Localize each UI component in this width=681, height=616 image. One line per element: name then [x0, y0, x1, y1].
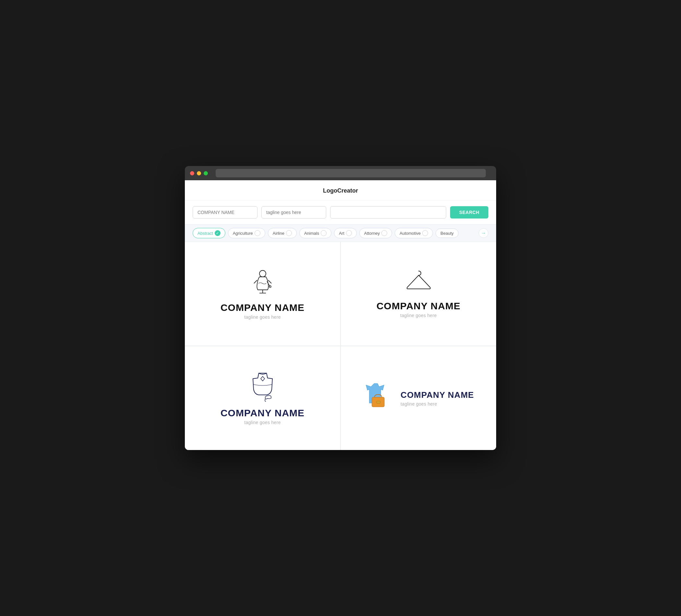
close-button[interactable]	[190, 171, 194, 175]
category-beauty[interactable]: Beauty	[435, 229, 458, 238]
logo-4-company-name: COMPANY NAME	[401, 390, 474, 400]
logo-4-tagline: tagline goes here	[401, 401, 474, 407]
company-name-input[interactable]	[193, 206, 257, 219]
logo-grid: COMPANY NAME tagline goes here COMPANY N…	[185, 242, 496, 450]
category-airline-label: Airline	[273, 231, 284, 236]
logo-1-tagline: tagline goes here	[244, 314, 281, 320]
logo-2-tagline: tagline goes here	[400, 313, 437, 318]
category-agriculture-label: Agriculture	[233, 231, 253, 236]
logo-2-company-name: COMPANY NAME	[377, 301, 460, 312]
categories-next-button[interactable]: →	[479, 228, 488, 238]
titlebar	[185, 166, 496, 180]
category-attorney-check: ✓	[381, 230, 387, 236]
minimize-button[interactable]	[197, 171, 201, 175]
category-attorney-label: Attorney	[364, 231, 380, 236]
logo-4-text: COMPANY NAME tagline goes here	[401, 390, 474, 407]
logo-3-tagline: tagline goes here	[244, 420, 281, 425]
category-airline-check: ✓	[286, 230, 292, 236]
svg-line-2	[268, 280, 272, 283]
maximize-button[interactable]	[204, 171, 208, 175]
logo-card-3[interactable]: COMPANY NAME tagline goes here	[185, 346, 340, 450]
category-attorney[interactable]: Attorney ✓	[359, 228, 392, 238]
tagline-input[interactable]	[261, 206, 326, 219]
category-agriculture[interactable]: Agriculture ✓	[228, 228, 265, 238]
logo-card-4[interactable]: COMPANY NAME tagline goes here	[341, 346, 496, 450]
category-abstract[interactable]: Abstract ✓	[193, 228, 225, 238]
logo-3-company-name: COMPANY NAME	[221, 408, 304, 418]
category-beauty-label: Beauty	[440, 231, 453, 236]
category-airline[interactable]: Airline ✓	[268, 228, 297, 238]
category-art-label: Art	[339, 231, 345, 236]
logo-card-2[interactable]: COMPANY NAME tagline goes here	[341, 242, 496, 345]
category-art-check: ✓	[346, 230, 352, 236]
search-bar: SEARCH	[185, 200, 496, 224]
category-bar: Abstract ✓ Agriculture ✓ Airline ✓ Anima…	[185, 224, 496, 242]
app-content: LogoCreator SEARCH Abstract ✓ Agricultur…	[185, 180, 496, 450]
svg-marker-7	[261, 377, 264, 381]
app-header: LogoCreator	[185, 180, 496, 200]
category-automotive-check: ✓	[422, 230, 428, 236]
category-animals-label: Animals	[304, 231, 319, 236]
logo-2-icon	[404, 270, 433, 296]
svg-rect-9	[377, 401, 380, 403]
keyword-input[interactable]	[330, 206, 446, 219]
category-art[interactable]: Art ✓	[334, 228, 357, 238]
logo-1-icon	[248, 268, 277, 297]
svg-line-1	[254, 280, 257, 283]
category-agriculture-check: ✓	[255, 230, 260, 236]
category-abstract-label: Abstract	[198, 231, 213, 236]
url-bar	[216, 169, 486, 177]
category-abstract-check: ✓	[215, 230, 221, 236]
category-automotive-label: Automotive	[400, 231, 421, 236]
search-button[interactable]: SEARCH	[450, 206, 488, 219]
category-animals[interactable]: Animals ✓	[299, 228, 331, 238]
category-animals-check: ✓	[321, 230, 327, 236]
logo-card-1[interactable]: COMPANY NAME tagline goes here	[185, 242, 340, 345]
category-automotive[interactable]: Automotive ✓	[395, 228, 433, 238]
mac-window: LogoCreator SEARCH Abstract ✓ Agricultur…	[185, 166, 496, 450]
logo-1-company-name: COMPANY NAME	[221, 302, 304, 313]
svg-point-0	[259, 271, 266, 277]
logo-3-icon	[247, 371, 279, 402]
app-title: LogoCreator	[323, 187, 358, 194]
logo-4-icon	[363, 380, 395, 411]
